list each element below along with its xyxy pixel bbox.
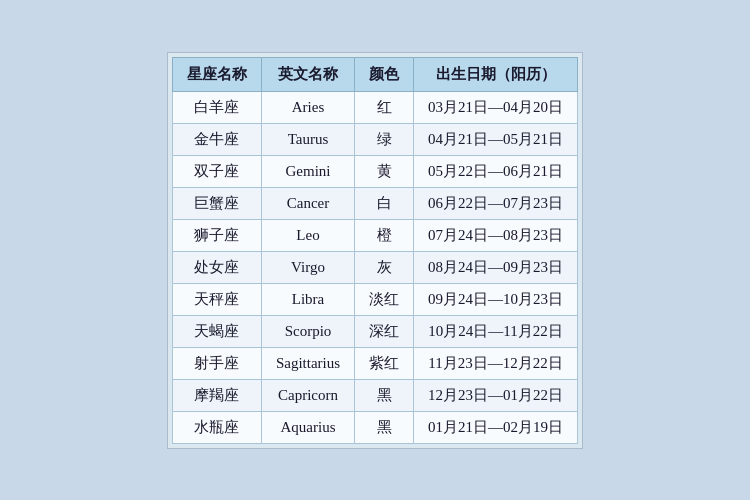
- table-cell-8-2: 紫红: [355, 347, 414, 379]
- table-row: 双子座Gemini黄05月22日—06月21日: [172, 155, 577, 187]
- table-row: 金牛座Taurus绿04月21日—05月21日: [172, 123, 577, 155]
- table-cell-3-3: 06月22日—07月23日: [414, 187, 578, 219]
- table-cell-3-0: 巨蟹座: [172, 187, 261, 219]
- zodiac-table: 星座名称英文名称颜色出生日期（阳历） 白羊座Aries红03月21日—04月20…: [172, 57, 578, 444]
- table-cell-9-3: 12月23日—01月22日: [414, 379, 578, 411]
- table-cell-2-2: 黄: [355, 155, 414, 187]
- table-cell-10-2: 黑: [355, 411, 414, 443]
- table-cell-7-1: Scorpio: [261, 315, 354, 347]
- table-cell-8-0: 射手座: [172, 347, 261, 379]
- table-cell-0-2: 红: [355, 91, 414, 123]
- table-row: 白羊座Aries红03月21日—04月20日: [172, 91, 577, 123]
- table-cell-7-0: 天蝎座: [172, 315, 261, 347]
- table-row: 水瓶座Aquarius黑01月21日—02月19日: [172, 411, 577, 443]
- table-cell-2-0: 双子座: [172, 155, 261, 187]
- table-cell-10-3: 01月21日—02月19日: [414, 411, 578, 443]
- table-cell-9-0: 摩羯座: [172, 379, 261, 411]
- table-cell-8-3: 11月23日—12月22日: [414, 347, 578, 379]
- table-cell-1-0: 金牛座: [172, 123, 261, 155]
- table-cell-10-1: Aquarius: [261, 411, 354, 443]
- table-header-cell: 英文名称: [261, 57, 354, 91]
- table-cell-6-3: 09月24日—10月23日: [414, 283, 578, 315]
- table-row: 狮子座Leo橙07月24日—08月23日: [172, 219, 577, 251]
- table-header-cell: 出生日期（阳历）: [414, 57, 578, 91]
- table-row: 处女座Virgo灰08月24日—09月23日: [172, 251, 577, 283]
- table-cell-1-1: Taurus: [261, 123, 354, 155]
- table-cell-2-3: 05月22日—06月21日: [414, 155, 578, 187]
- table-cell-4-2: 橙: [355, 219, 414, 251]
- table-cell-5-0: 处女座: [172, 251, 261, 283]
- table-header-row: 星座名称英文名称颜色出生日期（阳历）: [172, 57, 577, 91]
- table-cell-3-1: Cancer: [261, 187, 354, 219]
- table-cell-5-3: 08月24日—09月23日: [414, 251, 578, 283]
- table-cell-6-2: 淡红: [355, 283, 414, 315]
- zodiac-table-container: 星座名称英文名称颜色出生日期（阳历） 白羊座Aries红03月21日—04月20…: [167, 52, 583, 449]
- table-cell-6-1: Libra: [261, 283, 354, 315]
- table-cell-6-0: 天秤座: [172, 283, 261, 315]
- table-row: 射手座Sagittarius紫红11月23日—12月22日: [172, 347, 577, 379]
- table-cell-10-0: 水瓶座: [172, 411, 261, 443]
- table-header-cell: 颜色: [355, 57, 414, 91]
- table-cell-7-3: 10月24日—11月22日: [414, 315, 578, 347]
- table-cell-1-3: 04月21日—05月21日: [414, 123, 578, 155]
- table-cell-0-0: 白羊座: [172, 91, 261, 123]
- table-row: 天秤座Libra淡红09月24日—10月23日: [172, 283, 577, 315]
- table-cell-5-1: Virgo: [261, 251, 354, 283]
- table-row: 天蝎座Scorpio深红10月24日—11月22日: [172, 315, 577, 347]
- table-cell-3-2: 白: [355, 187, 414, 219]
- table-cell-9-2: 黑: [355, 379, 414, 411]
- table-cell-5-2: 灰: [355, 251, 414, 283]
- table-cell-1-2: 绿: [355, 123, 414, 155]
- table-body: 白羊座Aries红03月21日—04月20日金牛座Taurus绿04月21日—0…: [172, 91, 577, 443]
- table-cell-8-1: Sagittarius: [261, 347, 354, 379]
- table-row: 巨蟹座Cancer白06月22日—07月23日: [172, 187, 577, 219]
- table-cell-0-1: Aries: [261, 91, 354, 123]
- table-header-cell: 星座名称: [172, 57, 261, 91]
- table-cell-2-1: Gemini: [261, 155, 354, 187]
- table-cell-4-1: Leo: [261, 219, 354, 251]
- table-cell-0-3: 03月21日—04月20日: [414, 91, 578, 123]
- table-row: 摩羯座Capricorn黑12月23日—01月22日: [172, 379, 577, 411]
- table-cell-7-2: 深红: [355, 315, 414, 347]
- table-cell-9-1: Capricorn: [261, 379, 354, 411]
- table-cell-4-3: 07月24日—08月23日: [414, 219, 578, 251]
- table-cell-4-0: 狮子座: [172, 219, 261, 251]
